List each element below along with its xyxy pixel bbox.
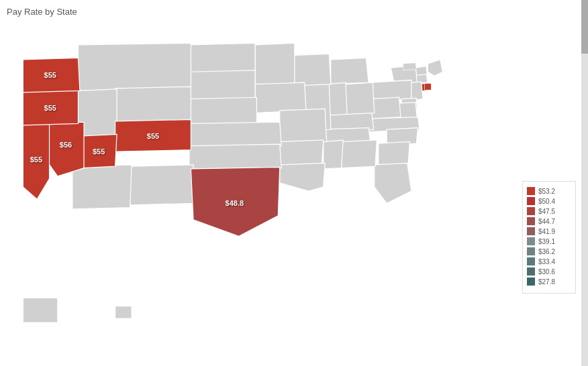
legend-label-5: $41.9 xyxy=(538,228,555,235)
legend-item-7: $36.2 xyxy=(527,247,571,255)
legend-container: $53.2 $50.4 $47.5 $44.7 $41.9 $39.1 $36.… xyxy=(522,181,576,294)
legend-item-1: $53.2 xyxy=(527,187,571,195)
legend-item-6: $39.1 xyxy=(527,237,571,245)
map-container: $48.8 $55 $55 $56 $55 $55 $55 xyxy=(0,20,510,362)
legend-label-1: $53.2 xyxy=(538,188,555,195)
legend-item-2: $50.4 xyxy=(527,197,571,205)
scrollbar[interactable] xyxy=(581,0,588,366)
legend-item-8: $33.4 xyxy=(527,257,571,265)
legend-item-3: $47.5 xyxy=(527,207,571,215)
legend-label-2: $50.4 xyxy=(538,198,555,205)
legend-item-9: $30.6 xyxy=(527,267,571,276)
legend-color-6 xyxy=(527,237,535,245)
us-map-svg: $48.8 $55 $55 $56 $55 $55 $55 xyxy=(0,20,510,362)
legend-item-5: $41.9 xyxy=(527,227,571,235)
legend-label-4: $44.7 xyxy=(538,218,555,225)
legend-color-5 xyxy=(527,227,535,235)
legend-color-10 xyxy=(527,278,535,286)
svg-rect-0 xyxy=(425,83,432,90)
legend-label-10: $27.8 xyxy=(538,278,555,286)
legend-color-2 xyxy=(527,197,535,205)
chart-title: Pay Rate by State xyxy=(7,7,77,17)
legend-label-7: $36.2 xyxy=(538,248,555,255)
legend-color-8 xyxy=(527,257,535,265)
legend-color-1 xyxy=(527,187,535,195)
legend-color-7 xyxy=(527,247,535,255)
legend-color-4 xyxy=(527,217,535,225)
legend-color-9 xyxy=(527,267,535,276)
legend-color-3 xyxy=(527,207,535,215)
legend-label-8: $33.4 xyxy=(538,258,555,265)
legend-item-4: $44.7 xyxy=(527,217,571,225)
legend-label-3: $47.5 xyxy=(538,208,555,215)
scrollbar-thumb[interactable] xyxy=(581,0,588,54)
legend-label-9: $30.6 xyxy=(538,268,555,276)
legend-item-10: $27.8 xyxy=(527,278,571,286)
legend-label-6: $39.1 xyxy=(538,238,555,245)
